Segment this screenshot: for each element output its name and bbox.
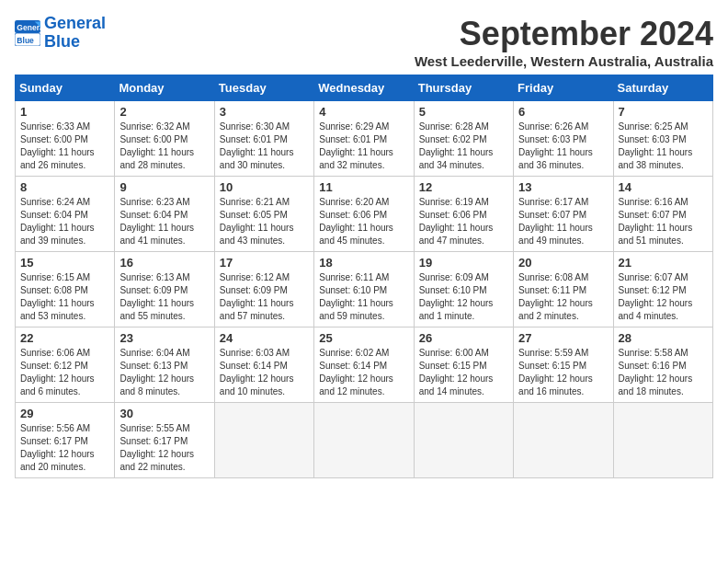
cell-text: Sunrise: 6:09 AM Sunset: 6:10 PM Dayligh… xyxy=(419,271,508,323)
calendar-cell: 11Sunrise: 6:20 AM Sunset: 6:06 PM Dayli… xyxy=(314,177,414,252)
cell-text: Sunrise: 6:20 AM Sunset: 6:06 PM Dayligh… xyxy=(319,196,408,247)
calendar-cell: 8Sunrise: 6:24 AM Sunset: 6:04 PM Daylig… xyxy=(16,177,115,252)
weekday-header-friday: Friday xyxy=(514,75,613,101)
day-number: 29 xyxy=(20,407,109,420)
calendar-cell: 26Sunrise: 6:00 AM Sunset: 6:15 PM Dayli… xyxy=(414,327,513,403)
weekday-header-saturday: Saturday xyxy=(613,75,712,101)
day-number: 2 xyxy=(119,105,209,119)
cell-text: Sunrise: 6:15 AM Sunset: 6:08 PM Dayligh… xyxy=(20,271,109,323)
day-number: 3 xyxy=(220,105,309,119)
calendar-cell: 19Sunrise: 6:09 AM Sunset: 6:10 PM Dayli… xyxy=(414,252,513,327)
day-number: 1 xyxy=(20,105,109,119)
calendar-cell: 29Sunrise: 5:56 AM Sunset: 6:17 PM Dayli… xyxy=(16,403,115,478)
cell-text: Sunrise: 6:24 AM Sunset: 6:04 PM Dayligh… xyxy=(20,196,109,247)
calendar-cell: 12Sunrise: 6:19 AM Sunset: 6:06 PM Dayli… xyxy=(414,177,513,252)
logo: General Blue General Blue xyxy=(15,15,106,52)
calendar-cell: 5Sunrise: 6:28 AM Sunset: 6:02 PM Daylig… xyxy=(414,101,513,177)
cell-text: Sunrise: 6:13 AM Sunset: 6:09 PM Dayligh… xyxy=(119,271,209,323)
day-number: 20 xyxy=(518,256,608,270)
cell-text: Sunrise: 6:17 AM Sunset: 6:07 PM Dayligh… xyxy=(518,196,608,247)
day-number: 15 xyxy=(20,256,109,270)
day-number: 8 xyxy=(20,180,109,194)
calendar-cell: 7Sunrise: 6:25 AM Sunset: 6:03 PM Daylig… xyxy=(613,101,712,177)
day-number: 24 xyxy=(220,331,309,345)
weekday-header-wednesday: Wednesday xyxy=(314,75,414,101)
day-number: 18 xyxy=(319,256,408,270)
cell-text: Sunrise: 6:33 AM Sunset: 6:00 PM Dayligh… xyxy=(20,121,109,172)
day-number: 7 xyxy=(619,105,708,119)
calendar-cell: 10Sunrise: 6:21 AM Sunset: 6:05 PM Dayli… xyxy=(214,177,313,252)
day-number: 12 xyxy=(419,180,508,194)
page-header: General Blue General Blue September 2024… xyxy=(15,15,713,69)
calendar-cell: 28Sunrise: 5:58 AM Sunset: 6:16 PM Dayli… xyxy=(613,327,712,403)
day-number: 16 xyxy=(119,256,209,270)
cell-text: Sunrise: 6:07 AM Sunset: 6:12 PM Dayligh… xyxy=(619,271,708,323)
calendar-cell: 22Sunrise: 6:06 AM Sunset: 6:12 PM Dayli… xyxy=(16,327,115,403)
calendar-cell: 6Sunrise: 6:26 AM Sunset: 6:03 PM Daylig… xyxy=(514,101,613,177)
day-number: 17 xyxy=(220,256,309,270)
day-number: 13 xyxy=(518,180,608,194)
calendar-cell xyxy=(314,403,414,478)
calendar-cell xyxy=(214,403,313,478)
weekday-header-thursday: Thursday xyxy=(414,75,513,101)
day-number: 14 xyxy=(619,180,708,194)
day-number: 9 xyxy=(119,180,209,194)
day-number: 6 xyxy=(518,105,608,119)
calendar-cell: 9Sunrise: 6:23 AM Sunset: 6:04 PM Daylig… xyxy=(115,177,214,252)
calendar-cell: 15Sunrise: 6:15 AM Sunset: 6:08 PM Dayli… xyxy=(16,252,115,327)
calendar-cell: 14Sunrise: 6:16 AM Sunset: 6:07 PM Dayli… xyxy=(613,177,712,252)
day-number: 30 xyxy=(119,407,209,420)
calendar-cell: 20Sunrise: 6:08 AM Sunset: 6:11 PM Dayli… xyxy=(514,252,613,327)
cell-text: Sunrise: 6:30 AM Sunset: 6:01 PM Dayligh… xyxy=(220,121,309,172)
calendar-cell xyxy=(414,403,513,478)
calendar-cell: 1Sunrise: 6:33 AM Sunset: 6:00 PM Daylig… xyxy=(16,101,115,177)
cell-text: Sunrise: 5:58 AM Sunset: 6:16 PM Dayligh… xyxy=(619,347,708,398)
weekday-header-sunday: Sunday xyxy=(16,75,115,101)
cell-text: Sunrise: 6:12 AM Sunset: 6:09 PM Dayligh… xyxy=(220,271,309,323)
calendar-body: 1Sunrise: 6:33 AM Sunset: 6:00 PM Daylig… xyxy=(16,101,713,478)
calendar-cell: 30Sunrise: 5:55 AM Sunset: 6:17 PM Dayli… xyxy=(115,403,214,478)
day-number: 25 xyxy=(319,331,408,345)
calendar-cell: 25Sunrise: 6:02 AM Sunset: 6:14 PM Dayli… xyxy=(314,327,414,403)
cell-text: Sunrise: 6:08 AM Sunset: 6:11 PM Dayligh… xyxy=(518,271,608,323)
cell-text: Sunrise: 6:03 AM Sunset: 6:14 PM Dayligh… xyxy=(220,347,309,398)
day-number: 19 xyxy=(419,256,508,270)
calendar-cell: 24Sunrise: 6:03 AM Sunset: 6:14 PM Dayli… xyxy=(214,327,313,403)
cell-text: Sunrise: 6:23 AM Sunset: 6:04 PM Dayligh… xyxy=(119,196,209,247)
cell-text: Sunrise: 6:19 AM Sunset: 6:06 PM Dayligh… xyxy=(419,196,508,247)
weekday-header-monday: Monday xyxy=(115,75,214,101)
cell-text: Sunrise: 6:21 AM Sunset: 6:05 PM Dayligh… xyxy=(220,196,309,247)
day-number: 11 xyxy=(319,180,408,194)
day-number: 28 xyxy=(619,331,708,345)
calendar-cell: 23Sunrise: 6:04 AM Sunset: 6:13 PM Dayli… xyxy=(115,327,214,403)
logo-icon: General Blue xyxy=(15,20,40,46)
calendar-cell: 13Sunrise: 6:17 AM Sunset: 6:07 PM Dayli… xyxy=(514,177,613,252)
calendar-cell: 27Sunrise: 5:59 AM Sunset: 6:15 PM Dayli… xyxy=(514,327,613,403)
cell-text: Sunrise: 5:55 AM Sunset: 6:17 PM Dayligh… xyxy=(119,422,209,474)
cell-text: Sunrise: 6:28 AM Sunset: 6:02 PM Dayligh… xyxy=(419,121,508,172)
calendar-header-row: SundayMondayTuesdayWednesdayThursdayFrid… xyxy=(16,75,713,101)
cell-text: Sunrise: 6:11 AM Sunset: 6:10 PM Dayligh… xyxy=(319,271,408,323)
calendar-cell: 4Sunrise: 6:29 AM Sunset: 6:01 PM Daylig… xyxy=(314,101,414,177)
day-number: 23 xyxy=(119,331,209,345)
calendar-cell xyxy=(514,403,613,478)
day-number: 22 xyxy=(20,331,109,345)
cell-text: Sunrise: 6:25 AM Sunset: 6:03 PM Dayligh… xyxy=(619,121,708,172)
calendar-cell xyxy=(613,403,712,478)
calendar-cell: 17Sunrise: 6:12 AM Sunset: 6:09 PM Dayli… xyxy=(214,252,313,327)
day-number: 26 xyxy=(419,331,508,345)
calendar-cell: 16Sunrise: 6:13 AM Sunset: 6:09 PM Dayli… xyxy=(115,252,214,327)
cell-text: Sunrise: 5:59 AM Sunset: 6:15 PM Dayligh… xyxy=(518,347,608,398)
cell-text: Sunrise: 6:26 AM Sunset: 6:03 PM Dayligh… xyxy=(518,121,608,172)
calendar-cell: 18Sunrise: 6:11 AM Sunset: 6:10 PM Dayli… xyxy=(314,252,414,327)
calendar-cell: 2Sunrise: 6:32 AM Sunset: 6:00 PM Daylig… xyxy=(115,101,214,177)
cell-text: Sunrise: 6:02 AM Sunset: 6:14 PM Dayligh… xyxy=(319,347,408,398)
cell-text: Sunrise: 6:32 AM Sunset: 6:00 PM Dayligh… xyxy=(119,121,209,172)
day-number: 21 xyxy=(619,256,708,270)
day-number: 5 xyxy=(419,105,508,119)
day-number: 27 xyxy=(518,331,608,345)
title-block: September 2024 West Leederville, Western… xyxy=(415,15,713,69)
calendar-week-1: 1Sunrise: 6:33 AM Sunset: 6:00 PM Daylig… xyxy=(16,101,713,177)
calendar-table: SundayMondayTuesdayWednesdayThursdayFrid… xyxy=(15,75,713,478)
calendar-week-5: 29Sunrise: 5:56 AM Sunset: 6:17 PM Dayli… xyxy=(16,403,713,478)
